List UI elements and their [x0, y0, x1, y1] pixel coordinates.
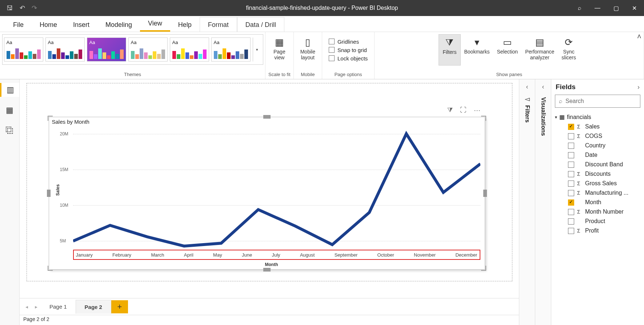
visual-filter-icon[interactable]: ⧩: [447, 106, 453, 114]
checkbox[interactable]: [568, 171, 574, 177]
fields-search-input[interactable]: ⌕ Search: [555, 95, 640, 108]
mobile-group-label: Mobile: [301, 72, 315, 78]
checkbox[interactable]: [568, 228, 574, 234]
menu-view[interactable]: View: [140, 16, 170, 32]
bookmarks-pane-button[interactable]: ▾Bookmarks: [461, 34, 493, 66]
resize-handle-bottom[interactable]: [263, 268, 271, 272]
checkbox[interactable]: [568, 152, 574, 158]
field-label: Profit: [585, 227, 599, 234]
field-manufacturing-[interactable]: ΣManufacturing ...: [555, 188, 640, 198]
page-tab-2[interactable]: Page 2: [76, 300, 111, 314]
field-month-number[interactable]: ΣMonth Number: [555, 207, 640, 217]
minimize-icon[interactable]: —: [595, 5, 600, 11]
close-icon[interactable]: ✕: [632, 5, 637, 12]
page-boundary: ⧩ ⛶ ⋯ Sales by Month Sales Month: [27, 83, 512, 281]
field-product[interactable]: Product: [555, 217, 640, 226]
filters-pane-button[interactable]: ⧩Filters: [439, 34, 460, 66]
table-financials[interactable]: ▾ ▦ financials: [555, 112, 640, 122]
checkbox[interactable]: [568, 124, 574, 130]
field-discount-band[interactable]: Discount Band: [555, 160, 640, 169]
filters-pane-collapsed[interactable]: ‹ ◅ Filters: [519, 79, 535, 325]
field-label: Gross Sales: [585, 180, 617, 187]
report-canvas[interactable]: ⧩ ⛶ ⋯ Sales by Month Sales Month: [20, 79, 519, 298]
menu-file[interactable]: File: [5, 17, 32, 32]
performance-analyzer-button[interactable]: ▤Performance analyzer: [521, 34, 558, 66]
search-icon[interactable]: ⌕: [578, 5, 581, 11]
theme-1[interactable]: Aa: [4, 37, 43, 62]
field-sales[interactable]: ΣSales: [555, 122, 640, 131]
visual-focus-icon[interactable]: ⛶: [460, 106, 467, 114]
y-tick: 10M: [60, 203, 68, 208]
selection-pane-button[interactable]: ▭Selection: [493, 34, 522, 66]
maximize-icon[interactable]: ▢: [613, 5, 619, 12]
theme-6[interactable]: Aa: [211, 37, 251, 62]
chevron-left-icon[interactable]: ‹: [526, 83, 528, 91]
resize-handle-top[interactable]: [263, 115, 271, 119]
theme-4[interactable]: Aa: [128, 37, 168, 62]
redo-icon[interactable]: ↷: [32, 4, 37, 12]
lock-objects-checkbox[interactable]: Lock objects: [329, 55, 368, 62]
field-date[interactable]: Date: [555, 150, 640, 160]
gridlines-checkbox[interactable]: Gridlines: [329, 39, 368, 45]
theme-dropdown[interactable]: ▾: [253, 37, 261, 62]
checkbox[interactable]: [568, 209, 574, 215]
resize-corner-tl[interactable]: [48, 116, 53, 121]
field-month[interactable]: Month: [555, 198, 640, 207]
save-icon[interactable]: 🖫: [7, 4, 13, 12]
page-tab-1[interactable]: Page 1: [41, 300, 76, 313]
checkbox[interactable]: [568, 218, 574, 225]
ribbon-collapse-icon[interactable]: ᐱ: [637, 33, 641, 39]
checkbox[interactable]: [568, 143, 574, 149]
snap-to-grid-checkbox[interactable]: Snap to grid: [329, 47, 368, 53]
next-page-icon[interactable]: ▸: [31, 304, 41, 310]
checkbox[interactable]: [568, 162, 574, 168]
prev-page-icon[interactable]: ◂: [22, 304, 31, 310]
themes-gallery[interactable]: Aa Aa Aa Aa Aa Aa ▾: [2, 34, 263, 65]
menu-insert[interactable]: Insert: [65, 17, 97, 32]
chevron-right-icon[interactable]: ›: [637, 83, 640, 91]
checkbox[interactable]: [568, 181, 574, 187]
resize-corner-tr[interactable]: [481, 116, 486, 121]
model-view-icon[interactable]: ⿻: [0, 124, 19, 138]
resize-handle-right[interactable]: [483, 190, 487, 197]
visual-more-icon[interactable]: ⋯: [474, 106, 480, 114]
resize-corner-br[interactable]: [481, 266, 486, 271]
mobile-layout-button[interactable]: ▯Mobile layout: [297, 34, 319, 66]
chevron-down-icon[interactable]: ▾: [555, 115, 557, 120]
page-tabs: ◂ ▸ Page 1 Page 2 +: [20, 298, 519, 315]
y-tick: 5M: [60, 238, 66, 243]
page-view-button[interactable]: ▦Page view: [270, 34, 289, 66]
x-tick: February: [112, 252, 131, 258]
menu-help[interactable]: Help: [170, 17, 200, 32]
theme-3-selected[interactable]: Aa: [87, 37, 126, 62]
checkbox[interactable]: [568, 190, 574, 196]
theme-5[interactable]: Aa: [170, 37, 209, 62]
field-cogs[interactable]: ΣCOGS: [555, 131, 640, 141]
data-view-icon[interactable]: ▦: [0, 103, 19, 117]
menu-home[interactable]: Home: [32, 17, 65, 32]
field-country[interactable]: Country: [555, 141, 640, 150]
checkbox[interactable]: [568, 133, 574, 139]
undo-icon[interactable]: ↶: [20, 4, 25, 12]
field-discounts[interactable]: ΣDiscounts: [555, 169, 640, 179]
resize-corner-bl[interactable]: [48, 266, 53, 271]
sync-slicers-button[interactable]: ⟳Sync slicers: [558, 34, 580, 66]
x-tick: March: [151, 252, 164, 258]
line-chart-visual[interactable]: ⧩ ⛶ ⋯ Sales by Month Sales Month: [49, 117, 485, 270]
menu-modeling[interactable]: Modeling: [97, 17, 140, 32]
menu-format[interactable]: Format: [200, 17, 237, 32]
theme-2[interactable]: Aa: [45, 37, 85, 62]
menu-data-drill[interactable]: Data / Drill: [237, 17, 284, 32]
show-panes-group-label: Show panes: [496, 72, 522, 78]
visualizations-pane-label: Visualizations: [540, 95, 547, 136]
field-gross-sales[interactable]: ΣGross Sales: [555, 179, 640, 188]
chevron-left-icon[interactable]: ‹: [542, 83, 544, 91]
add-page-button[interactable]: +: [111, 300, 128, 313]
field-profit[interactable]: ΣProfit: [555, 226, 640, 235]
report-view-icon[interactable]: ▥: [0, 83, 19, 97]
field-label: Month: [585, 199, 601, 206]
filter-icon: ⧩: [445, 36, 453, 49]
resize-handle-left[interactable]: [47, 190, 51, 197]
checkbox[interactable]: [568, 199, 574, 206]
visualizations-pane-collapsed[interactable]: ‹ Visualizations: [535, 79, 551, 325]
